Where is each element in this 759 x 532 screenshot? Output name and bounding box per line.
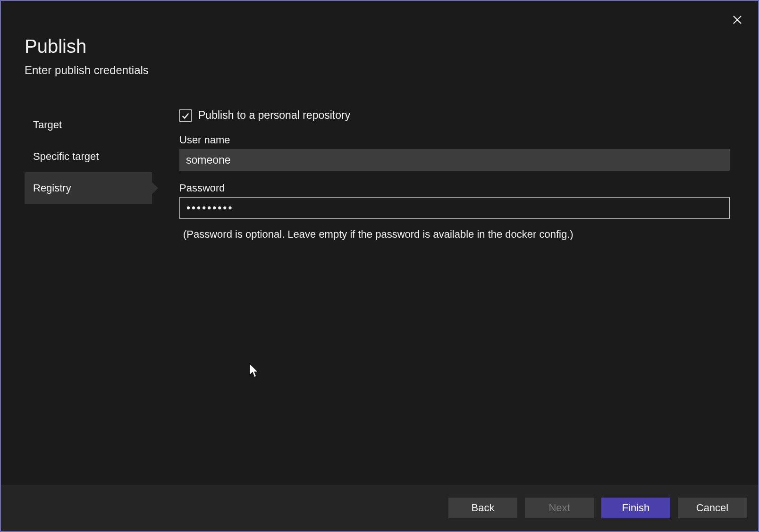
dialog-title: Publish <box>25 36 734 57</box>
dialog-header: Publish Enter publish credentials <box>1 1 758 88</box>
dialog-content: Target Specific target Registry Publish … <box>1 88 758 485</box>
step-label: Target <box>33 119 62 131</box>
wizard-step-list: Target Specific target Registry <box>25 109 152 475</box>
username-label: User name <box>179 134 730 146</box>
checkmark-icon <box>181 111 190 120</box>
close-button[interactable] <box>728 10 747 29</box>
back-button[interactable]: Back <box>448 498 517 518</box>
registry-form: Publish to a personal repository User na… <box>152 109 734 475</box>
publish-dialog: Publish Enter publish credentials Target… <box>1 1 758 531</box>
close-icon <box>733 15 742 25</box>
personal-repo-checkbox-row: Publish to a personal repository <box>179 109 730 122</box>
password-input[interactable] <box>179 197 730 219</box>
personal-repo-checkbox-label: Publish to a personal repository <box>198 109 350 122</box>
step-target[interactable]: Target <box>25 109 152 141</box>
username-input[interactable] <box>179 149 730 171</box>
finish-button[interactable]: Finish <box>601 498 670 518</box>
dialog-subtitle: Enter publish credentials <box>25 64 734 77</box>
personal-repo-checkbox[interactable] <box>179 109 192 122</box>
password-label: Password <box>179 182 730 194</box>
cancel-button[interactable]: Cancel <box>678 498 747 518</box>
next-button: Next <box>525 498 594 518</box>
password-helper-text: (Password is optional. Leave empty if th… <box>179 228 730 241</box>
step-specific-target[interactable]: Specific target <box>25 141 152 172</box>
step-registry[interactable]: Registry <box>25 172 152 204</box>
step-label: Registry <box>33 182 71 194</box>
step-label: Specific target <box>33 150 99 163</box>
dialog-footer: Back Next Finish Cancel <box>1 485 758 531</box>
